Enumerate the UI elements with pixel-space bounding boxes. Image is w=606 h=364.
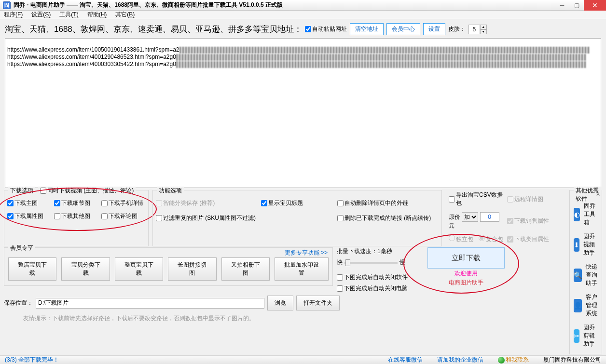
- sale-attr-checkbox[interactable]: 下载销售属性: [507, 217, 564, 225]
- category-dl-button[interactable]: 宝贝分类下载: [61, 257, 110, 281]
- soft-item-toolbox[interactable]: ◐固乔工具箱: [573, 199, 599, 229]
- window-title: 固乔 - 电商图片助手 —— 淘宝、天猫、1688阿里、京东、微商相册等图片批量…: [14, 1, 555, 9]
- remove-extlink-checkbox[interactable]: 自动删除详情页中的外链: [337, 199, 439, 207]
- wechat-link[interactable]: 在线客服微信: [388, 356, 423, 364]
- soft-item-clip[interactable]: ✂固乔剪辑助手: [573, 321, 599, 351]
- company-label: 厦门固乔科技有限公司: [543, 356, 601, 364]
- price-op-select[interactable]: 加: [462, 212, 478, 222]
- download-column: 立即下载 欢迎使用 电商图片助手: [423, 247, 510, 287]
- export-csv-checkbox[interactable]: 导出淘宝CSV数据包: [449, 191, 505, 207]
- dl-attr-checkbox[interactable]: 下载属性图: [7, 212, 51, 220]
- cat-attr-checkbox[interactable]: 下载类目属性: [507, 235, 564, 243]
- other-software-group: 其他优秀软件 X ◐固乔工具箱 ⬇固乔视频助手 🔍快递查询助手 👤客户管理系统 …: [569, 190, 602, 354]
- speed-slider[interactable]: [344, 262, 398, 264]
- address-row: 淘宝、天猫、1688、敦煌网、京东、速卖通、易贝、亚马逊、拼多多等宝贝地址： 自…: [0, 19, 606, 38]
- watermark-button[interactable]: 批量加水印设置: [275, 257, 329, 281]
- spinner-down-icon: ▼: [480, 29, 487, 34]
- title-bar: 固 固乔 - 电商图片助手 —— 淘宝、天猫、1688阿里、京东、微商相册等图片…: [0, 0, 606, 11]
- menu-settings[interactable]: 设置(S): [31, 11, 51, 19]
- status-bar: (3/3) 全部下载完毕！ 在线客服微信 请加我的企业微信 和我联系 厦门固乔科…: [0, 355, 606, 364]
- address-label: 淘宝、天猫、1688、敦煌网、京东、速卖通、易贝、亚马逊、拼多多等宝贝地址：: [5, 24, 302, 35]
- csv-options-group: 导出淘宝CSV数据包 远程详情图 原价 加 元 下载销售属性 独立包 复合包 下…: [446, 190, 566, 246]
- welcome-text: 欢迎使用: [454, 270, 478, 278]
- member-center-button[interactable]: 会员中心: [386, 23, 420, 35]
- save-row: 保存位置： 浏览 打开文件夹: [4, 294, 566, 312]
- combo-pack-radio[interactable]: 复合包: [479, 236, 503, 243]
- delete-done-checkbox[interactable]: 删除已下载完成的链接 (断点续传): [337, 214, 439, 222]
- app-icon: 固: [3, 1, 11, 9]
- close-pc-checkbox[interactable]: 下图完成后自动关闭电脑: [337, 284, 419, 293]
- menu-help[interactable]: 帮助(H): [87, 11, 107, 19]
- show-title-checkbox[interactable]: 显示宝贝标题: [261, 199, 333, 207]
- dl-review-checkbox[interactable]: 下载评论图: [101, 212, 145, 220]
- url-textarea[interactable]: https://www.aliexpress.com/item/10050019…: [5, 38, 601, 188]
- globe-icon: [498, 357, 505, 364]
- status-progress: (3/3) 全部下载完毕！: [5, 356, 59, 364]
- qywx-link[interactable]: 请加我的企业微信: [437, 356, 483, 364]
- speed-column: 批量下载速度：1毫秒 快 慢 下图完成后自动关闭软件 下图完成后自动关闭电脑: [337, 247, 419, 293]
- menu-program[interactable]: 程序(F): [4, 11, 23, 19]
- dl-mobile-checkbox[interactable]: 下载手机详情: [101, 199, 145, 207]
- close-soft-icon[interactable]: X: [596, 191, 600, 197]
- save-path-input[interactable]: [36, 298, 264, 309]
- menu-bar: 程序(F) 设置(S) 工具(T) 帮助(H) 其它(B): [0, 11, 606, 19]
- price-row: 原价 加 元: [449, 212, 505, 230]
- dl-detail-checkbox[interactable]: 下载细节图: [54, 199, 98, 207]
- more-features-link[interactable]: 更多专享功能 >>: [285, 249, 328, 257]
- settings-button[interactable]: 设置: [423, 23, 445, 35]
- pack-radio-row: 独立包 复合包: [449, 235, 505, 243]
- smart-save-checkbox[interactable]: 智能分类保存 (推荐): [156, 199, 257, 207]
- contact-link[interactable]: 和我联系: [498, 356, 529, 364]
- close-button[interactable]: ✕: [584, 0, 606, 11]
- soft-item-express[interactable]: 🔍快递查询助手: [573, 260, 599, 290]
- auto-paste-checkbox[interactable]: 自动粘贴网址: [305, 25, 347, 33]
- remote-img-checkbox[interactable]: 远程详情图: [507, 195, 564, 203]
- helper-text: 电商图片助手: [449, 279, 483, 287]
- dl-main-checkbox[interactable]: 下载主图: [7, 199, 51, 207]
- browse-button[interactable]: 浏览: [267, 296, 293, 310]
- minimize-button[interactable]: ─: [555, 0, 569, 11]
- menu-other[interactable]: 其它(B): [115, 11, 135, 19]
- speed-label: 批量下载速度：1毫秒: [337, 247, 419, 256]
- whole-store-button[interactable]: 整店宝贝下载: [8, 257, 56, 281]
- single-pack-radio[interactable]: 独立包: [449, 236, 473, 243]
- dl-other-checkbox[interactable]: 下载其他图: [54, 212, 98, 220]
- open-folder-button[interactable]: 打开文件夹: [296, 296, 340, 310]
- also-video-checkbox[interactable]: 同时下载视频 (主图、描述、评论): [38, 187, 136, 195]
- skin-label: 皮肤：: [448, 25, 466, 33]
- save-hint: 友情提示：下载前请先选择好路径，下载后不要改变路径，否则数据包中显示不了图片的。: [23, 313, 566, 323]
- clear-url-button[interactable]: 清空地址: [350, 23, 384, 35]
- save-label: 保存位置：: [4, 299, 33, 307]
- skin-spinner[interactable]: ▲▼: [468, 25, 487, 34]
- whole-page-button[interactable]: 整页宝贝下载: [115, 257, 163, 281]
- price-value-input[interactable]: [480, 212, 499, 222]
- long-img-button[interactable]: 长图拼接切图: [168, 257, 216, 281]
- member-group: 会员专享 更多专享功能 >> 整店宝贝下载 宝贝分类下载 整页宝贝下载 长图拼接…: [4, 247, 333, 286]
- upai-album-button[interactable]: 又拍相册下图: [221, 257, 270, 281]
- function-options-group: 功能选项 智能分类保存 (推荐) 显示宝贝标题 自动删除详情页中的外链 过滤重复…: [152, 190, 442, 246]
- download-options-group: 下载选项 同时下载视频 (主图、描述、评论) 下载主图 下载细节图 下载手机详情…: [4, 190, 149, 246]
- spinner-up-icon: ▲: [480, 25, 487, 29]
- soft-item-video[interactable]: ⬇固乔视频助手: [573, 229, 599, 260]
- menu-tools[interactable]: 工具(T): [59, 11, 78, 19]
- close-app-checkbox[interactable]: 下图完成后自动关闭软件: [337, 273, 419, 282]
- maximize-button[interactable]: ▢: [569, 0, 584, 11]
- download-now-button[interactable]: 立即下载: [427, 247, 505, 269]
- window-controls: ─ ▢ ✕: [555, 0, 606, 11]
- filter-dup-checkbox[interactable]: 过滤重复的图片 (SKU属性图不过滤): [156, 214, 257, 222]
- soft-item-crm[interactable]: 👤客户管理系统: [573, 290, 599, 321]
